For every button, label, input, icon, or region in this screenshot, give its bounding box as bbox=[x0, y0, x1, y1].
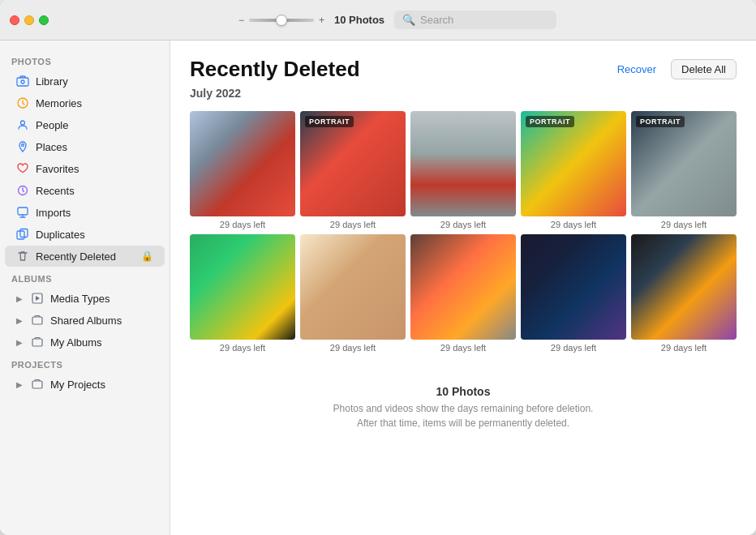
imports-icon bbox=[16, 206, 29, 219]
footer-title: 10 Photos bbox=[190, 385, 737, 398]
content-header: Recently Deleted Recover Delete All bbox=[190, 57, 737, 82]
svg-rect-6 bbox=[18, 208, 28, 215]
photo-grid: 29 days left PORTRAIT 29 days left 29 da… bbox=[190, 111, 737, 353]
sidebar-item-label-favorites: Favorites bbox=[36, 163, 153, 175]
sidebar-item-label-recents: Recents bbox=[36, 185, 153, 197]
sidebar-item-recently-deleted[interactable]: Recently Deleted 🔒 bbox=[5, 246, 165, 267]
titlebar-center: − + 10 Photos 🔍 bbox=[49, 11, 746, 29]
people-icon bbox=[16, 118, 29, 131]
delete-all-button[interactable]: Delete All bbox=[671, 59, 737, 79]
expand-icon-my-projects: ▶ bbox=[16, 380, 23, 389]
portrait-badge-2: PORTRAIT bbox=[305, 116, 354, 127]
memories-icon bbox=[16, 96, 29, 109]
sidebar-item-label-duplicates: Duplicates bbox=[36, 229, 153, 241]
app-window: − + 10 Photos 🔍 Photos Library bbox=[0, 0, 756, 535]
svg-rect-10 bbox=[32, 317, 42, 324]
sidebar-item-label-media-types: Media Types bbox=[50, 293, 153, 305]
traffic-lights bbox=[10, 15, 49, 25]
sidebar-item-label-recently-deleted: Recently Deleted bbox=[36, 250, 135, 263]
svg-point-1 bbox=[21, 80, 24, 83]
maximize-button[interactable] bbox=[39, 15, 49, 25]
photo-thumb-6 bbox=[190, 234, 295, 340]
section-date: July 2022 bbox=[190, 87, 737, 100]
sidebar-section-projects: Projects bbox=[0, 353, 170, 373]
sidebar-item-memories[interactable]: Memories bbox=[5, 92, 165, 113]
main-body: Photos Library Memories People bbox=[0, 41, 756, 535]
library-icon bbox=[16, 75, 29, 88]
sidebar-item-recents[interactable]: Recents bbox=[5, 180, 165, 201]
photo-days-6: 29 days left bbox=[190, 343, 295, 353]
portrait-badge-5: PORTRAIT bbox=[636, 116, 685, 127]
zoom-control: − + bbox=[238, 15, 324, 26]
svg-rect-11 bbox=[32, 339, 42, 346]
photo-item-9[interactable]: 29 days left bbox=[521, 234, 626, 353]
photo-item-2[interactable]: PORTRAIT 29 days left bbox=[300, 111, 406, 229]
photo-thumb-10 bbox=[631, 234, 737, 340]
photo-item-1[interactable]: 29 days left bbox=[190, 111, 295, 229]
photo-thumb-1 bbox=[190, 111, 295, 216]
sidebar-item-media-types[interactable]: ▶ Media Types bbox=[5, 288, 165, 309]
sidebar-item-label-my-albums: My Albums bbox=[50, 336, 153, 349]
photo-thumb-2: PORTRAIT bbox=[300, 111, 406, 216]
expand-icon-media-types: ▶ bbox=[16, 294, 23, 303]
page-title: Recently Deleted bbox=[190, 57, 360, 82]
photo-days-9: 29 days left bbox=[521, 343, 626, 353]
sidebar-item-label-imports: Imports bbox=[36, 207, 153, 219]
photo-days-7: 29 days left bbox=[300, 343, 406, 353]
sidebar: Photos Library Memories People bbox=[0, 41, 170, 535]
photo-item-8[interactable]: 29 days left bbox=[410, 234, 516, 353]
sidebar-item-places[interactable]: Places bbox=[5, 136, 165, 157]
sidebar-item-library[interactable]: Library bbox=[5, 71, 165, 92]
photo-item-3[interactable]: 29 days left bbox=[410, 111, 516, 229]
sidebar-item-label-my-projects: My Projects bbox=[50, 379, 153, 391]
svg-point-3 bbox=[21, 121, 25, 125]
photo-item-10[interactable]: 29 days left bbox=[631, 234, 737, 353]
recover-button[interactable]: Recover bbox=[609, 59, 664, 79]
content-area: Recently Deleted Recover Delete All July… bbox=[170, 41, 756, 535]
photo-thumb-8 bbox=[410, 234, 516, 340]
header-buttons: Recover Delete All bbox=[609, 59, 737, 79]
search-bar[interactable]: 🔍 bbox=[394, 11, 556, 29]
sidebar-item-shared-albums[interactable]: ▶ Shared Albums bbox=[5, 310, 165, 331]
photo-days-10: 29 days left bbox=[631, 343, 737, 353]
sidebar-item-favorites[interactable]: Favorites bbox=[5, 158, 165, 179]
sidebar-section-photos: Photos bbox=[0, 50, 170, 70]
sidebar-item-my-projects[interactable]: ▶ My Projects bbox=[5, 374, 165, 395]
sidebar-section-albums: Albums bbox=[0, 268, 170, 287]
footer-desc-line2: After that time, items will be permanent… bbox=[357, 417, 569, 429]
sidebar-item-my-albums[interactable]: ▶ My Albums bbox=[5, 332, 165, 353]
favorites-icon bbox=[16, 162, 29, 175]
photo-item-7[interactable]: 29 days left bbox=[300, 234, 406, 353]
expand-icon-shared-albums: ▶ bbox=[16, 316, 23, 325]
sidebar-item-label-places: Places bbox=[36, 141, 153, 153]
photo-thumb-7 bbox=[300, 234, 406, 340]
svg-rect-0 bbox=[17, 78, 28, 86]
photo-thumb-4: PORTRAIT bbox=[521, 111, 626, 216]
sidebar-item-label-people: People bbox=[36, 119, 153, 131]
my-albums-icon bbox=[31, 336, 44, 349]
photo-count: 10 Photos bbox=[334, 14, 384, 26]
photo-item-4[interactable]: PORTRAIT 29 days left bbox=[521, 111, 626, 229]
places-icon bbox=[16, 140, 29, 153]
search-icon: 🔍 bbox=[402, 14, 415, 26]
search-input[interactable] bbox=[420, 14, 542, 26]
portrait-badge-4: PORTRAIT bbox=[526, 116, 574, 127]
media-types-icon bbox=[31, 292, 44, 305]
photo-days-5: 29 days left bbox=[631, 220, 737, 229]
sidebar-item-imports[interactable]: Imports bbox=[5, 202, 165, 223]
zoom-slider[interactable] bbox=[249, 19, 314, 22]
footer-desc-line1: Photos and videos show the days remainin… bbox=[333, 403, 594, 414]
close-button[interactable] bbox=[10, 15, 19, 25]
photo-item-5[interactable]: PORTRAIT 29 days left bbox=[631, 111, 737, 229]
photo-thumb-5: PORTRAIT bbox=[631, 111, 737, 216]
recents-icon bbox=[16, 184, 29, 197]
sidebar-item-people[interactable]: People bbox=[5, 114, 165, 135]
minimize-button[interactable] bbox=[24, 15, 34, 25]
titlebar: − + 10 Photos 🔍 bbox=[0, 0, 756, 41]
svg-rect-12 bbox=[32, 381, 42, 388]
sidebar-item-label-shared-albums: Shared Albums bbox=[50, 315, 153, 327]
photo-item-6[interactable]: 29 days left bbox=[190, 234, 295, 353]
duplicates-icon bbox=[16, 228, 29, 241]
photo-thumb-3 bbox=[410, 111, 516, 216]
sidebar-item-duplicates[interactable]: Duplicates bbox=[5, 224, 165, 245]
